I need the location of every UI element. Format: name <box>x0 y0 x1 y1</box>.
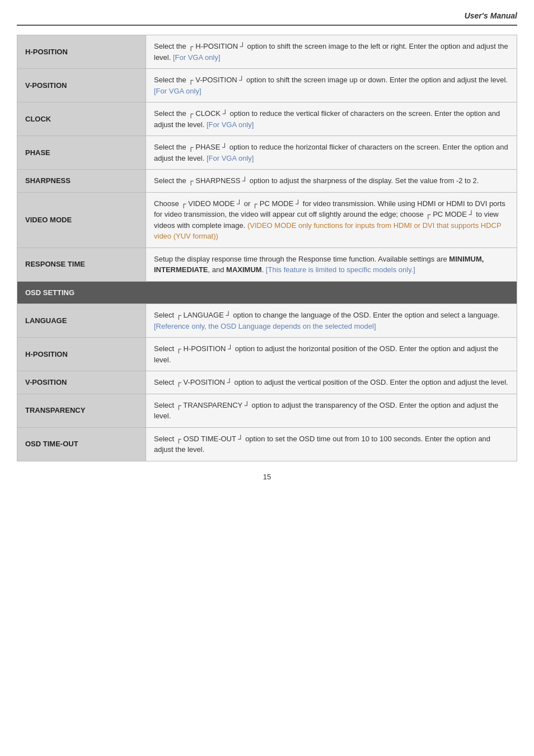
row-label: V-POSITION <box>17 371 146 394</box>
row-label: RESPONSE TIME <box>17 248 146 281</box>
bold-maximum: MAXIMUM <box>226 265 262 274</box>
row-description: Select the ┌ PHASE ┘ option to reduce th… <box>146 136 517 170</box>
table-row: V-POSITION Select ┌ V-POSITION ┘ option … <box>17 371 517 394</box>
section-header-label: OSD SETTING <box>17 281 517 304</box>
row-description: Choose ┌ VIDEO MODE ┘ or ┌ PC MODE ┘ for… <box>146 192 517 248</box>
page-number: 15 <box>17 473 517 481</box>
note-blue: [For VGA only] <box>154 87 202 95</box>
row-label: H-POSITION <box>17 35 146 69</box>
row-label: SHARPNESS <box>17 170 146 193</box>
row-description: Select ┌ TRANSPARENCY ┘ option to adjust… <box>146 394 517 427</box>
note-blue: [Reference only, the OSD Language depend… <box>154 322 376 330</box>
table-row: VIDEO MODE Choose ┌ VIDEO MODE ┘ or ┌ PC… <box>17 192 517 248</box>
table-row: CLOCK Select the ┌ CLOCK ┘ option to red… <box>17 102 517 136</box>
table-row: H-POSITION Select the ┌ H-POSITION ┘ opt… <box>17 35 517 69</box>
page-header: User's Manual <box>17 11 517 26</box>
row-description: Select the ┌ H-POSITION ┘ option to shif… <box>146 35 517 69</box>
row-label: TRANSPARENCY <box>17 394 146 427</box>
note-orange: (VIDEO MODE only functions for inputs fr… <box>154 221 501 241</box>
table-row: PHASE Select the ┌ PHASE ┘ option to red… <box>17 136 517 170</box>
row-label: OSD TIME-OUT <box>17 427 146 461</box>
row-label: LANGUAGE <box>17 304 146 338</box>
row-description: Select ┌ LANGUAGE ┘ option to change the… <box>146 304 517 338</box>
row-description: Setup the display response time through … <box>146 248 517 281</box>
row-description: Select the ┌ SHARPNESS ┘ option to adjus… <box>146 170 517 193</box>
bold-minimum: MINIMUM, <box>449 255 484 263</box>
note-blue: [This feature is limited to specific mod… <box>266 265 415 274</box>
note-blue: [For VGA only] <box>207 120 254 129</box>
row-description: Select ┌ H-POSITION ┘ option to adjust t… <box>146 338 517 371</box>
table-row: OSD TIME-OUT Select ┌ OSD TIME-OUT ┘ opt… <box>17 427 517 461</box>
row-description: Select ┌ V-POSITION ┘ option to adjust t… <box>146 371 517 394</box>
table-row: SHARPNESS Select the ┌ SHARPNESS ┘ optio… <box>17 170 517 193</box>
bold-intermediate: INTERMEDIATE <box>154 265 208 274</box>
row-label: H-POSITION <box>17 338 146 371</box>
row-description: Select ┌ OSD TIME-OUT ┘ option to set th… <box>146 427 517 461</box>
main-table: H-POSITION Select the ┌ H-POSITION ┘ opt… <box>17 35 517 461</box>
section-header-row: OSD SETTING <box>17 281 517 304</box>
table-row: TRANSPARENCY Select ┌ TRANSPARENCY ┘ opt… <box>17 394 517 427</box>
row-label: VIDEO MODE <box>17 192 146 248</box>
table-row: LANGUAGE Select ┌ LANGUAGE ┘ option to c… <box>17 304 517 338</box>
row-description: Select the ┌ V-POSITION ┘ option to shif… <box>146 69 517 102</box>
row-label: PHASE <box>17 136 146 170</box>
row-description: Select the ┌ CLOCK ┘ option to reduce th… <box>146 102 517 136</box>
row-label: V-POSITION <box>17 69 146 102</box>
manual-title: User's Manual <box>465 11 517 20</box>
note-blue: [For VGA only] <box>207 154 254 162</box>
row-label: CLOCK <box>17 102 146 136</box>
table-row: V-POSITION Select the ┌ V-POSITION ┘ opt… <box>17 69 517 102</box>
table-row: H-POSITION Select ┌ H-POSITION ┘ option … <box>17 338 517 371</box>
note-blue: [For VGA only] <box>173 53 221 62</box>
table-row: RESPONSE TIME Setup the display response… <box>17 248 517 281</box>
